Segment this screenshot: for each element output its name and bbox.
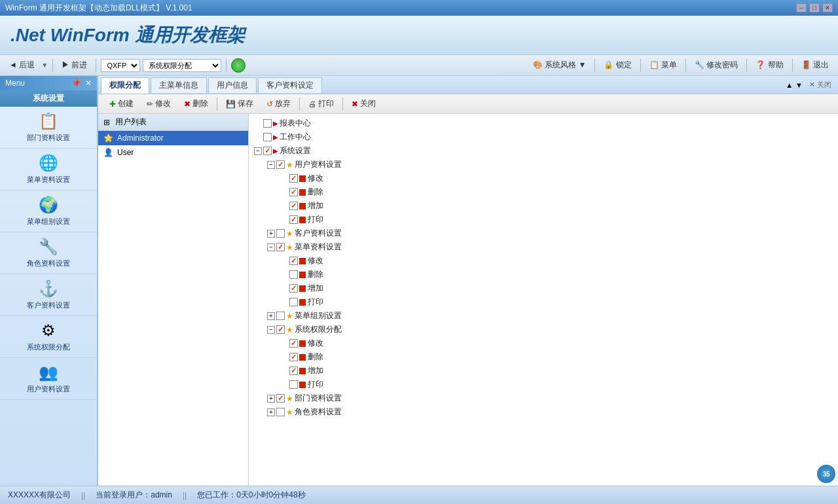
exp-quanxian[interactable]: −	[267, 326, 275, 334]
user-person-icon: 👤	[103, 148, 113, 157]
exp-caidanzu[interactable]: +	[267, 312, 275, 320]
sidebar: Menu 📌 ✕ 系统设置 📋 部门资料设置 🌐 菜单资料设置 🌍 菜单组别设置…	[0, 76, 98, 486]
back-button[interactable]: ◄ 后退	[5, 58, 39, 72]
cb-xitong[interactable]	[263, 147, 272, 155]
sidebar-item-role[interactable]: 🔧 角色资料设置	[0, 232, 97, 274]
exp-caidan[interactable]: −	[267, 243, 275, 251]
redsq-yonghu-dy	[299, 217, 306, 223]
cb-quanxian-dy[interactable]	[289, 380, 298, 389]
cb-yonghu-sc[interactable]	[289, 188, 298, 196]
dept-icon: 📋	[39, 112, 58, 130]
sidebar-pin-icon[interactable]: 📌	[71, 79, 81, 88]
user-icon: 👥	[39, 363, 58, 382]
cb-kehu[interactable]	[276, 229, 285, 238]
user-item-admin[interactable]: ⭐ Administrator	[98, 131, 248, 145]
sidebar-item-customer[interactable]: ⚓ 客户资料设置	[0, 274, 97, 316]
user-item-user[interactable]: 👤 User	[98, 145, 248, 160]
forward-button[interactable]: ▶ 前进	[58, 58, 91, 72]
cb-quanxian[interactable]	[276, 325, 285, 334]
main-area: Menu 📌 ✕ 系统设置 📋 部门资料设置 🌐 菜单资料设置 🌍 菜单组别设置…	[0, 76, 838, 486]
exp-kehu[interactable]: +	[267, 230, 275, 238]
main-toolbar: ◄ 后退 ▼ ▶ 前进 QXFP 系统权限分配 🎨 系统风格 ▼ 🔒 锁定 📋 …	[0, 55, 838, 76]
cb-caidan-sc[interactable]	[289, 270, 298, 279]
exp-xitong[interactable]: −	[254, 147, 262, 155]
cb-yonghu-zj[interactable]	[289, 202, 298, 210]
tab-zhucaidan[interactable]: 主菜单信息	[151, 77, 207, 93]
star-yonghu: ★	[286, 160, 293, 170]
cb-caidanzu[interactable]	[276, 312, 285, 320]
sidebar-item-permission[interactable]: ⚙ 系统权限分配	[0, 316, 97, 358]
close-btn[interactable]: ✖ 关闭	[346, 96, 382, 111]
tree-node-caidan-zj: 增加	[251, 281, 835, 295]
create-label: 创建	[118, 98, 134, 109]
cb-quanxian-sc[interactable]	[289, 353, 298, 361]
logo-text: .Net WinForm 通用开发框架	[10, 23, 245, 48]
tree-node-yonghu-zj: 增加	[251, 199, 835, 213]
exp-yonghu[interactable]: −	[267, 161, 275, 169]
cb-jiaose[interactable]	[276, 408, 285, 416]
create-btn[interactable]: ✚ 创建	[103, 96, 139, 111]
edit-btn[interactable]: ✏ 修改	[141, 96, 177, 111]
tab-kehuinfo[interactable]: 客户资料设定	[258, 77, 322, 93]
sidebar-close-icon[interactable]: ✕	[85, 79, 92, 88]
exp-bumen[interactable]: +	[267, 395, 275, 403]
redsq-yonghu-xg	[299, 175, 306, 182]
nav-combo1[interactable]: QXFP	[101, 59, 140, 72]
toolbar-sep7	[746, 59, 747, 72]
sidebar-menugroup-label: 菜单组别设置	[27, 217, 70, 226]
change-pwd-btn[interactable]: 🔧 修改密码	[691, 58, 742, 72]
expand-all-icon[interactable]: ⊞	[103, 118, 110, 127]
cb-quanxian-xg[interactable]	[289, 339, 298, 348]
cb-baobiao[interactable]	[263, 119, 272, 128]
cb-yonghu[interactable]	[276, 160, 285, 169]
discard-btn[interactable]: ↺ 放弃	[261, 96, 297, 111]
nav-combo2[interactable]: 系统权限分配	[143, 59, 221, 72]
close-window-btn[interactable]: ✕	[822, 3, 833, 12]
cb-caidan-xg[interactable]	[289, 257, 298, 265]
action-toolbar: ✚ 创建 ✏ 修改 ✖ 删除 💾 保存 ↺ 放弃 🖨	[98, 94, 838, 114]
star-bumen: ★	[286, 394, 293, 403]
tab-arrow-down[interactable]: ▼	[795, 81, 803, 89]
tab-arrow-up[interactable]: ▲	[786, 81, 793, 89]
menu-btn[interactable]: 📋 菜单	[646, 58, 681, 72]
logout-btn[interactable]: 🚪 退出	[797, 58, 833, 72]
cb-yonghu-dy[interactable]	[289, 215, 298, 224]
confirm-icon[interactable]	[231, 58, 246, 73]
redsq-yonghu-zj	[299, 203, 306, 209]
tree-node-yonghu-xg: 修改	[251, 171, 835, 185]
maximize-btn[interactable]: □	[809, 3, 820, 12]
delete-btn[interactable]: ✖ 删除	[178, 96, 214, 111]
admin-label: Administrator	[117, 134, 164, 143]
permission-icon: ⚙	[41, 321, 56, 340]
app-title: WinForm 通用开发框架【动态加载DLL模式】 V.1.001	[5, 3, 192, 14]
sidebar-item-menugroup[interactable]: 🌍 菜单组别设置	[0, 190, 97, 232]
close-label: 关闭	[360, 98, 376, 109]
cb-caidan-zj[interactable]	[289, 284, 298, 293]
cb-bumen[interactable]	[276, 394, 285, 403]
tab-quanxian[interactable]: 权限分配	[101, 77, 149, 94]
cb-quanxian-zj[interactable]	[289, 367, 298, 375]
cb-yonghu-xg[interactable]	[289, 174, 298, 183]
redsq-quanxian-sc	[299, 354, 306, 361]
tab-yonghuinfo[interactable]: 用户信息	[208, 77, 257, 93]
lock-btn[interactable]: 🔒 锁定	[600, 58, 635, 72]
tab-close-btn[interactable]: ✕ 关闭	[805, 79, 835, 91]
arrow-gongzuo: ▶	[273, 134, 278, 141]
exp-jiaose[interactable]: +	[267, 408, 275, 416]
cb-gongzuo[interactable]	[263, 133, 272, 141]
sidebar-item-dept[interactable]: 📋 部门资料设置	[0, 107, 97, 149]
tree-node-quanxian-zj: 增加	[251, 364, 835, 378]
arrow-xitong: ▶	[273, 147, 278, 154]
save-btn[interactable]: 💾 保存	[220, 96, 259, 111]
perm-content: ⊞ 用户列表 ⭐ Administrator 👤 User	[98, 114, 838, 486]
user-login-label: 当前登录用户：admin	[96, 490, 172, 501]
redsq-caidan-dy	[299, 299, 306, 306]
help-btn[interactable]: ❓ 帮助	[752, 58, 787, 72]
sidebar-item-user[interactable]: 👥 用户资料设置	[0, 358, 97, 400]
system-style-btn[interactable]: 🎨 系统风格 ▼	[529, 58, 591, 72]
sidebar-item-menu[interactable]: 🌐 菜单资料设置	[0, 149, 97, 190]
cb-caidan[interactable]	[276, 243, 285, 251]
minimize-btn[interactable]: ─	[796, 3, 807, 12]
print-btn[interactable]: 🖨 打印	[302, 96, 340, 111]
cb-caidan-dy[interactable]	[289, 298, 298, 306]
